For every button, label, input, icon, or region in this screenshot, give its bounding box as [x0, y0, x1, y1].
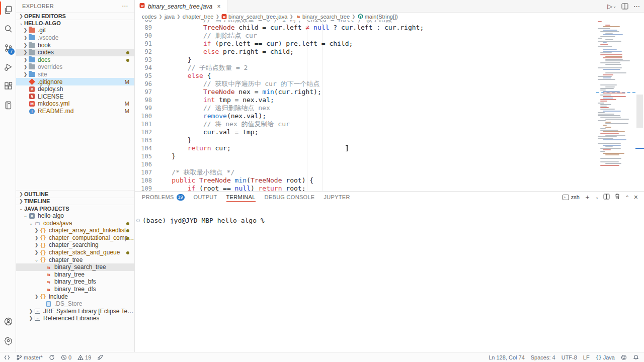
tree-item-binary-tree-bfs[interactable]: ⇆binary_tree_bfs	[16, 278, 134, 286]
tree-item--vscode[interactable]: ❯.vscode	[16, 34, 134, 42]
split-terminal-button[interactable]	[603, 194, 610, 201]
tree-item-codes[interactable]: ❯codes	[16, 49, 134, 56]
shell-selector[interactable]: > zsh	[562, 194, 580, 200]
cursor-position[interactable]: Ln 128, Col 74	[489, 354, 525, 360]
chevron-right-icon[interactable]: ❯	[28, 309, 34, 314]
tree-item--gitignore[interactable]: .gitignoreM	[16, 78, 134, 85]
outline-section[interactable]: ❯ OUTLINE	[16, 190, 134, 198]
notebook-icon[interactable]	[0, 96, 16, 115]
language-mode[interactable]: {}Java	[596, 354, 615, 360]
chevron-right-icon[interactable]: ❯	[34, 242, 39, 247]
java-projects-section[interactable]: ⌄ JAVA PROJECTS	[16, 205, 134, 212]
chevron-right-icon[interactable]: ❯	[23, 50, 28, 55]
breadcrumb-item[interactable]: chapter_tree	[183, 14, 214, 20]
encoding[interactable]: UTF-8	[561, 354, 577, 360]
code-editor[interactable]: 88 // 当子结点数量 = 0 / 1 时， child = null / 该…	[135, 20, 596, 191]
chevron-right-icon[interactable]: ❯	[23, 72, 28, 77]
tree-item-chapter-computational-complexity[interactable]: ❯{}chapter_computational_complexity	[16, 234, 134, 242]
chevron-right-icon[interactable]: ❯	[28, 316, 34, 321]
java-server-status[interactable]	[97, 354, 103, 360]
tree-item-binary-search-tree[interactable]: ⇆binary_search_tree	[16, 263, 134, 271]
search-icon[interactable]	[0, 19, 16, 38]
panel-tab-terminal[interactable]: TERMINAL	[226, 192, 256, 203]
chevron-right-icon[interactable]: ❯	[23, 43, 28, 48]
close-icon[interactable]: ×	[215, 3, 222, 10]
panel-tab-debug-console[interactable]: DEBUG CONSOLE	[265, 192, 315, 203]
root-folder-section[interactable]: ⌄ HELLO-ALGO	[16, 20, 134, 27]
tree-item-binary-tree[interactable]: ⇆binary_tree	[16, 271, 134, 279]
explorer-icon[interactable]	[0, 0, 16, 19]
chevron-right-icon[interactable]: ❯	[34, 228, 39, 233]
extensions-icon[interactable]	[0, 76, 16, 96]
library-icon: ≡	[34, 308, 41, 314]
timeline-section[interactable]: ❯ TIMELINE	[16, 198, 134, 205]
split-editor-button[interactable]	[621, 3, 628, 10]
breadcrumb-item[interactable]: java	[165, 14, 175, 20]
git-branch[interactable]: master*	[16, 354, 43, 360]
chevron-down-icon[interactable]: ⌄	[34, 257, 39, 262]
source-control-icon[interactable]: 7	[0, 38, 16, 57]
tree-item-hello-algo[interactable]: ⌄⌗hello-algo	[16, 212, 134, 220]
tree-item--git[interactable]: ❯.git	[16, 27, 134, 34]
minimap[interactable]	[596, 20, 635, 191]
tree-item-book[interactable]: ❯book	[16, 41, 134, 49]
tree-item-readme-md[interactable]: iREADME.mdM	[16, 108, 134, 115]
chevron-right-icon[interactable]: ❯	[23, 28, 28, 33]
breadcrumb-item[interactable]: binary_search_tree.java	[221, 14, 287, 20]
warnings-count[interactable]: 19	[77, 354, 91, 360]
more-actions-icon[interactable]: ⋯	[122, 3, 128, 10]
settings-gear-icon[interactable]	[0, 331, 16, 350]
chevron-right-icon[interactable]: ❯	[34, 250, 39, 255]
tree-item-jre-system-library-eclipse-temurin-17-17-[interactable]: ❯≡JRE System Library [Eclipse Temurin 17…	[16, 308, 134, 315]
run-button[interactable]: ▷⌄	[607, 3, 616, 10]
scrollbar-thumb[interactable]	[636, 95, 643, 128]
tree-item-deploy-sh[interactable]: #deploy.sh	[16, 85, 134, 93]
chevron-down-icon[interactable]: ⌄	[28, 221, 34, 226]
breadcrumb-item[interactable]: main(String[])	[358, 14, 398, 20]
tree-item-docs[interactable]: ❯docs	[16, 56, 134, 64]
tree-item-chapter-searching[interactable]: ❯{}chapter_searching	[16, 241, 134, 249]
open-editors-section[interactable]: ❯ OPEN EDITORS	[16, 12, 134, 20]
sync-button[interactable]	[49, 354, 55, 360]
tab-binary-search-tree[interactable]: binary_search_tree.java ×	[135, 0, 227, 13]
accounts-icon[interactable]	[0, 312, 16, 331]
more-actions-button[interactable]: ⋯	[633, 3, 640, 10]
chevron-right-icon[interactable]: ❯	[23, 57, 28, 62]
tree-item-binary-tree-dfs[interactable]: ⇆binary_tree_dfs	[16, 286, 134, 293]
tree-item-overrides[interactable]: ❯overrides	[16, 63, 134, 71]
notifications-bell[interactable]	[633, 354, 639, 360]
errors-count[interactable]: 0	[61, 354, 71, 360]
tree-item-license[interactable]: §LICENSE	[16, 93, 134, 101]
feedback-smiley[interactable]	[621, 354, 627, 360]
breadcrumb-item[interactable]: codes	[142, 14, 156, 20]
breadcrumb-item[interactable]: ⇆binary_search_tree	[295, 14, 350, 20]
new-terminal-button[interactable]: ＋	[584, 193, 591, 202]
tree-item-chapter-array-and-linkedlist[interactable]: ❯{}chapter_array_and_linkedlist	[16, 227, 134, 234]
chevron-down-icon[interactable]: ⌄	[23, 213, 28, 218]
maximize-panel-icon[interactable]: ⌃	[625, 195, 629, 200]
tree-item-include[interactable]: ❯{}include	[16, 293, 134, 300]
tree-item-site[interactable]: ❯site	[16, 71, 134, 78]
eol[interactable]: LF	[583, 354, 590, 360]
close-panel-icon[interactable]: ×	[634, 193, 638, 201]
kill-terminal-button[interactable]	[614, 193, 620, 201]
tree-item-referenced-libraries[interactable]: ❯≡Referenced Libraries	[16, 315, 134, 322]
run-debug-icon[interactable]	[0, 57, 16, 76]
terminal[interactable]: (base) jyd@JYD-MBP hello-algo %	[135, 203, 644, 352]
tree-item-mkdocs-yml[interactable]: Mmkdocs.ymlM	[16, 100, 134, 108]
panel-tab-problems[interactable]: PROBLEMS19	[142, 192, 185, 203]
tree-item--ds-store[interactable]: .DS_Store	[16, 300, 134, 308]
panel-tab-jupyter[interactable]: JUPYTER	[324, 192, 350, 203]
chevron-right-icon[interactable]: ❯	[23, 35, 28, 40]
terminal-dropdown-icon[interactable]: ⌄	[595, 195, 599, 200]
indentation[interactable]: Spaces: 4	[531, 354, 555, 360]
tree-item-codes-java[interactable]: ⌄🗀codes/java	[16, 219, 134, 227]
tree-item-chapter-tree[interactable]: ⌄{}chapter_tree	[16, 256, 134, 263]
overview-ruler[interactable]	[635, 20, 644, 191]
chevron-right-icon[interactable]: ❯	[34, 294, 39, 299]
chevron-right-icon[interactable]: ❯	[34, 235, 39, 240]
chevron-right-icon[interactable]: ❯	[23, 64, 28, 69]
remote-indicator[interactable]	[4, 354, 10, 360]
tree-item-chapter-stack-and-queue[interactable]: ❯{}chapter_stack_and_queue	[16, 249, 134, 256]
panel-tab-output[interactable]: OUTPUT	[194, 192, 217, 203]
